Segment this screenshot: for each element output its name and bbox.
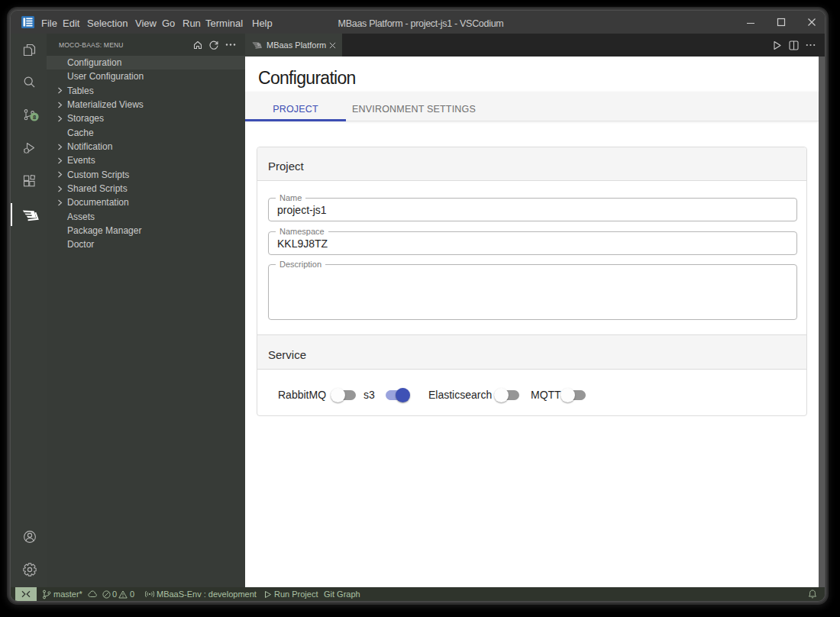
svg-text:8: 8 (33, 114, 36, 121)
